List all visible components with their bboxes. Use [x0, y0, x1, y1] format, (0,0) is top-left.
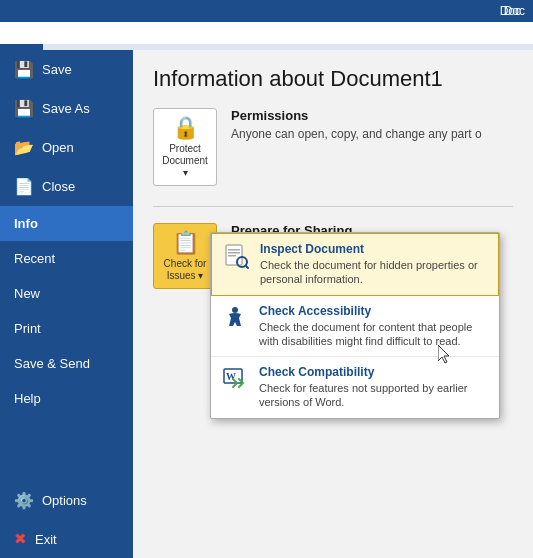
svg-rect-1 — [228, 249, 240, 251]
permissions-heading: Permissions — [231, 108, 482, 123]
dropdown-item-inspect[interactable]: Inspect Document Check the document for … — [211, 233, 499, 296]
sidebar-item-help[interactable]: Help — [0, 381, 133, 416]
svg-rect-2 — [228, 252, 240, 254]
sidebar-label-recent: Recent — [14, 251, 55, 266]
accessibility-icon — [221, 304, 249, 332]
close-icon: 📄 — [14, 177, 34, 196]
section-divider — [153, 206, 513, 207]
permissions-text: Permissions Anyone can open, copy, and c… — [231, 108, 482, 141]
open-icon: 📂 — [14, 138, 34, 157]
title-bar-text: Doc — [504, 4, 525, 18]
sidebar-label-new: New — [14, 286, 40, 301]
check-issues-button[interactable]: 📋 Check forIssues ▾ — [153, 223, 217, 289]
compatibility-desc: Check for features not supported by earl… — [259, 381, 489, 410]
compatibility-title: Check Compatibility — [259, 365, 489, 379]
sidebar-label-help: Help — [14, 391, 41, 406]
sidebar-item-exit[interactable]: ✖ Exit — [0, 520, 133, 558]
sidebar-item-print[interactable]: Print — [0, 311, 133, 346]
sidebar-item-recent[interactable]: Recent — [0, 241, 133, 276]
inspect-icon — [222, 242, 250, 270]
accessibility-text: Check Accessibility Check the document f… — [259, 304, 489, 349]
save-icon: 💾 — [14, 60, 34, 79]
protect-button-area: 🔒 ProtectDocument ▾ — [153, 108, 217, 186]
svg-line-5 — [246, 266, 249, 269]
sidebar-label-close: Close — [42, 179, 75, 194]
dropdown-item-compatibility[interactable]: W Check Compatibility Check for features… — [211, 357, 499, 418]
sidebar-label-info: Info — [14, 216, 38, 231]
exit-icon: ✖ — [14, 530, 27, 548]
sidebar-label-exit: Exit — [35, 532, 57, 547]
sidebar-label-options: Options — [42, 493, 87, 508]
protect-label: ProtectDocument ▾ — [160, 143, 210, 179]
sidebar-item-close[interactable]: 📄 Close — [0, 167, 133, 206]
page-title: Information about Document1 — [153, 66, 513, 92]
compatibility-text: Check Compatibility Check for features n… — [259, 365, 489, 410]
dropdown-menu: Inspect Document Check the document for … — [210, 232, 500, 419]
accessibility-desc: Check the document for content that peop… — [259, 320, 489, 349]
inspect-title: Inspect Document — [260, 242, 488, 256]
lock-icon: 🔒 — [172, 115, 199, 141]
title-bar: Doc Doc — [0, 0, 533, 22]
sidebar: 💾 Save 💾 Save As 📂 Open 📄 Close Info Rec… — [0, 50, 133, 558]
sidebar-item-options[interactable]: ⚙️ Options — [0, 481, 133, 520]
dropdown-item-accessibility[interactable]: Check Accessibility Check the document f… — [211, 296, 499, 358]
sidebar-item-open[interactable]: 📂 Open — [0, 128, 133, 167]
sidebar-item-save[interactable]: 💾 Save — [0, 50, 133, 89]
svg-point-6 — [232, 307, 238, 313]
permissions-section: 🔒 ProtectDocument ▾ Permissions Anyone c… — [153, 108, 513, 186]
permissions-description: Anyone can open, copy, and change any pa… — [231, 127, 482, 141]
sidebar-label-open: Open — [42, 140, 74, 155]
compatibility-icon: W — [221, 365, 249, 393]
sidebar-item-new[interactable]: New — [0, 276, 133, 311]
check-issues-area: 📋 Check forIssues ▾ — [153, 223, 217, 289]
sidebar-label-print: Print — [14, 321, 41, 336]
inspect-desc: Check the document for hidden properties… — [260, 258, 488, 287]
check-icon: 📋 — [172, 230, 199, 256]
save-as-icon: 💾 — [14, 99, 34, 118]
options-icon: ⚙️ — [14, 491, 34, 510]
svg-rect-3 — [228, 255, 236, 257]
accessibility-title: Check Accessibility — [259, 304, 489, 318]
sidebar-label-save-as: Save As — [42, 101, 90, 116]
inspect-text: Inspect Document Check the document for … — [260, 242, 488, 287]
sidebar-item-info[interactable]: Info — [0, 206, 133, 241]
sidebar-item-save-send[interactable]: Save & Send — [0, 346, 133, 381]
check-label: Check forIssues ▾ — [164, 258, 207, 282]
sidebar-label-save-send: Save & Send — [14, 356, 90, 371]
sidebar-label-save: Save — [42, 62, 72, 77]
protect-document-button[interactable]: 🔒 ProtectDocument ▾ — [153, 108, 217, 186]
sidebar-item-save-as[interactable]: 💾 Save As — [0, 89, 133, 128]
